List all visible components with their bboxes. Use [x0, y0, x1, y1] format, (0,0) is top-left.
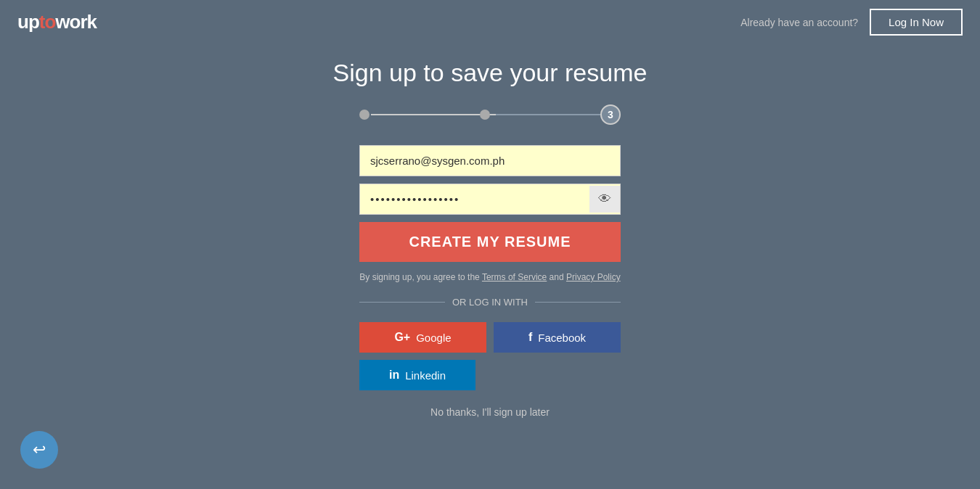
- step-line-filled: [371, 114, 496, 115]
- page-title: Sign up to save your resume: [333, 59, 648, 87]
- back-icon: ↩: [33, 440, 46, 459]
- header-right: Already have an account? Log In Now: [740, 9, 963, 36]
- terms-and: and: [547, 272, 566, 282]
- logo-up: up: [17, 11, 39, 33]
- facebook-label: Facebook: [538, 332, 586, 344]
- linkedin-label: Linkedin: [405, 369, 446, 382]
- social-divider: OR LOG IN WITH: [359, 297, 621, 308]
- password-wrapper: 👁: [359, 184, 621, 215]
- social-buttons-row: G+ Google f Facebook: [359, 322, 621, 353]
- google-plus-icon: G+: [394, 331, 410, 344]
- facebook-login-button[interactable]: f Facebook: [494, 322, 621, 353]
- login-button[interactable]: Log In Now: [870, 9, 963, 36]
- main-content: Sign up to save your resume 3 👁 CREATE M…: [0, 44, 980, 418]
- signup-form: 👁 CREATE MY RESUME By signing up, you ag…: [359, 145, 621, 418]
- google-login-button[interactable]: G+ Google: [359, 322, 486, 353]
- logo: uptowork: [17, 11, 97, 33]
- header: uptowork Already have an account? Log In…: [0, 0, 980, 44]
- divider-line-left: [359, 302, 445, 303]
- email-field[interactable]: [359, 145, 621, 176]
- facebook-icon: f: [528, 331, 532, 344]
- terms-of-service-link[interactable]: Terms of Service: [482, 272, 547, 282]
- create-resume-button[interactable]: CREATE MY RESUME: [359, 222, 621, 262]
- step-3-number: 3: [600, 104, 621, 125]
- step-1-dot: [359, 110, 369, 120]
- privacy-policy-link[interactable]: Privacy Policy: [566, 272, 621, 282]
- linkedin-row: in Linkedin: [359, 360, 621, 390]
- skip-signup-link[interactable]: No thanks, I'll sign up later: [359, 406, 621, 418]
- linkedin-icon: in: [389, 369, 399, 382]
- steps-indicator: 3: [359, 104, 621, 125]
- eye-icon: 👁: [598, 192, 611, 207]
- terms-text: By signing up, you agree to the Terms of…: [359, 272, 621, 282]
- logo-to: to: [39, 11, 56, 33]
- already-account-text: Already have an account?: [740, 17, 858, 28]
- logo-work: work: [55, 11, 97, 33]
- password-field[interactable]: [360, 184, 589, 214]
- back-button[interactable]: ↩: [20, 431, 58, 469]
- step-2-dot: [480, 110, 490, 120]
- google-label: Google: [416, 332, 451, 344]
- toggle-password-button[interactable]: 👁: [589, 186, 620, 213]
- linkedin-login-button[interactable]: in Linkedin: [359, 360, 475, 390]
- terms-prefix: By signing up, you agree to the: [359, 272, 482, 282]
- divider-line-right: [535, 302, 621, 303]
- divider-text: OR LOG IN WITH: [452, 297, 528, 308]
